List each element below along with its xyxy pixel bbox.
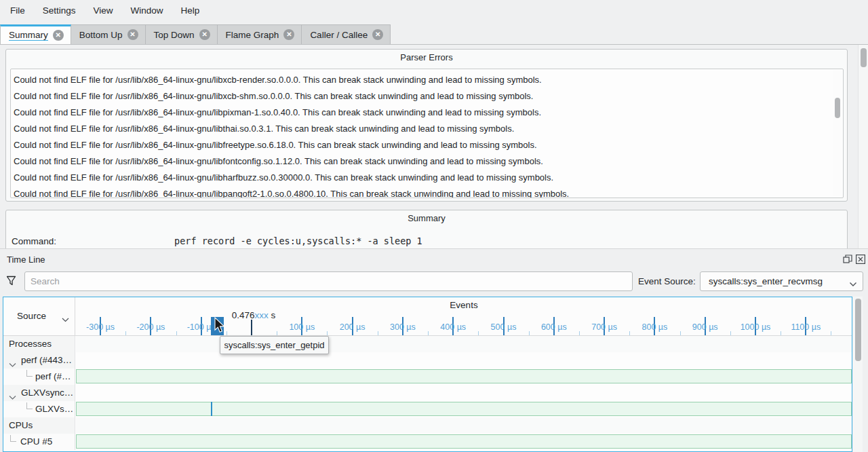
expander-chevron-down-icon[interactable] <box>9 390 16 401</box>
tab-bottom-up[interactable]: Bottom Up✕ <box>71 24 146 44</box>
tab-summary[interactable]: Summary✕ <box>0 24 71 44</box>
axis-minor-tick <box>478 331 479 335</box>
timeline-scrollbar-thumb[interactable] <box>855 299 861 361</box>
summary-page: Parser Errors Could not find ELF file fo… <box>0 45 868 248</box>
menu-item-window[interactable]: Window <box>122 3 172 18</box>
row-label-cell[interactable]: CPU #5 <box>3 434 75 450</box>
sort-chevron-down-icon <box>62 314 69 324</box>
tab-close-icon[interactable]: ✕ <box>372 29 383 40</box>
axis-tick-label: -300 µs <box>86 322 115 332</box>
source-column-header[interactable]: Source <box>3 297 75 335</box>
row-track[interactable] <box>76 352 852 369</box>
row-label: Processes <box>9 336 52 352</box>
menu-item-view[interactable]: View <box>85 3 122 18</box>
timeline-row-glxvs-[interactable]: GLXVs… <box>3 401 852 417</box>
parser-error-item[interactable]: Could not find ELF file for /usr/lib/x86… <box>11 170 843 186</box>
filter-icon <box>6 276 16 286</box>
row-track[interactable] <box>76 401 852 417</box>
axis-minor-tick <box>781 331 781 335</box>
page-scrollbar[interactable] <box>858 45 868 248</box>
parser-error-item[interactable]: Could not find ELF file for /usr/lib/x86… <box>11 153 843 170</box>
timeline-row-processes[interactable]: Processes <box>3 336 852 352</box>
dock-float-icon[interactable] <box>843 255 852 264</box>
expander-chevron-down-icon[interactable] <box>9 357 16 369</box>
tab-label: Bottom Up <box>79 30 123 40</box>
timeline-row-cpus[interactable]: CPUs <box>3 417 852 434</box>
parser-error-item[interactable]: Could not find ELF file for /usr/lib/x86… <box>11 72 843 88</box>
row-label-cell[interactable]: GLXVsync… <box>3 385 75 401</box>
timeline-dock-title: Time Line <box>7 255 45 265</box>
tab-label: Summary <box>9 30 48 41</box>
parser-errors-list: Could not find ELF file for /usr/lib/x86… <box>10 69 844 198</box>
parser-error-item[interactable]: Could not find ELF file for /usr/lib/x86… <box>11 88 843 105</box>
row-track[interactable] <box>76 385 852 401</box>
axis-minor-tick <box>680 331 681 335</box>
row-label-cell[interactable]: perf (#… <box>3 369 75 385</box>
parser-errors-groupbox: Parser Errors Could not find ELF file fo… <box>5 49 848 202</box>
axis-minor-tick <box>125 331 126 335</box>
menu-item-help[interactable]: Help <box>172 3 209 18</box>
axis-tick-label: 200 µs <box>340 322 366 332</box>
axis-tick-label: 400 µs <box>440 322 466 332</box>
timeline-row-perf-443-[interactable]: perf (#443… <box>3 352 852 369</box>
axis-tick-label: 100 µs <box>289 322 315 332</box>
event-tooltip: syscalls:sys_enter_getpid <box>220 336 329 354</box>
search-input[interactable] <box>24 271 633 291</box>
tab-close-icon[interactable]: ✕ <box>199 29 210 40</box>
timeline-view: Source Events 0.476xxx s -300 µs-200 µs-… <box>3 297 852 452</box>
event-source-label: Event Source: <box>638 276 696 286</box>
tab-label: Flame Graph <box>226 30 279 40</box>
menu-item-file[interactable]: File <box>1 3 34 18</box>
parser-errors-scrollbar-thumb[interactable] <box>835 98 840 118</box>
menu-item-settings[interactable]: Settings <box>34 3 85 18</box>
command-value: perf record -e cycles:u,syscalls:* -a sl… <box>174 236 422 246</box>
axis-tick-label: -200 µs <box>136 322 165 332</box>
menu-bar: FileSettingsViewWindowHelp <box>0 0 868 20</box>
parser-error-item[interactable]: Could not find ELF file for /usr/lib/x86… <box>11 186 843 198</box>
mouse-cursor <box>214 317 226 337</box>
page-scrollbar-thumb[interactable] <box>861 48 867 67</box>
parser-errors-scrollbar[interactable] <box>833 71 842 196</box>
timeline-row-cpu-5[interactable]: CPU #5 <box>3 434 852 450</box>
row-label: perf (#443… <box>21 352 72 369</box>
row-label: CPU #5 <box>20 434 52 450</box>
row-label-cell[interactable]: CPUs <box>3 417 75 434</box>
dock-close-icon[interactable] <box>856 255 865 264</box>
tab-caller-callee[interactable]: Caller / Callee✕ <box>301 24 391 44</box>
axis-zero-tick <box>251 320 252 335</box>
axis-tick-label: 600 µs <box>541 322 567 332</box>
tab-close-icon[interactable]: ✕ <box>283 29 294 40</box>
row-track[interactable] <box>76 336 852 352</box>
row-label-cell[interactable]: GLXVs… <box>3 401 75 417</box>
row-label-cell[interactable]: perf (#443… <box>3 352 75 369</box>
tab-flame-graph[interactable]: Flame Graph✕ <box>217 24 302 44</box>
axis-minor-tick <box>730 331 731 335</box>
chevron-down-icon <box>849 279 857 289</box>
row-track[interactable] <box>76 417 852 434</box>
axis-minor-tick <box>428 331 429 335</box>
event-track-bar <box>76 434 852 449</box>
timeline-rows: Processesperf (#443…perf (#…GLXVsync…GLX… <box>3 336 852 452</box>
timeline-row-perf-[interactable]: perf (#… <box>3 369 852 385</box>
event-source-value: syscalls:sys_enter_recvmsg <box>709 276 823 286</box>
row-label-cell[interactable]: Processes <box>3 336 75 352</box>
row-track[interactable] <box>76 434 852 450</box>
tree-elbow-line <box>26 402 33 409</box>
axis-tick-label: 700 µs <box>591 322 617 332</box>
event-source-combobox[interactable]: syscalls:sys_enter_recvmsg <box>700 271 863 291</box>
axis-tick-label: 500 µs <box>491 322 517 332</box>
row-track[interactable] <box>76 369 852 385</box>
parser-error-item[interactable]: Could not find ELF file for /usr/lib/x86… <box>11 137 843 153</box>
parser-error-item[interactable]: Could not find ELF file for /usr/lib/x86… <box>11 121 843 137</box>
tab-label: Top Down <box>154 30 195 40</box>
axis-tick-label: 300 µs <box>390 322 416 332</box>
tab-top-down[interactable]: Top Down✕ <box>145 24 218 44</box>
tab-close-icon[interactable]: ✕ <box>127 29 138 40</box>
tab-close-icon[interactable]: ✕ <box>53 30 64 41</box>
event-track-bar <box>76 402 852 416</box>
parser-error-item[interactable]: Could not find ELF file for /usr/lib/x86… <box>11 105 843 121</box>
axis-minor-tick <box>831 331 831 335</box>
timeline-row-glxvsync-[interactable]: GLXVsync… <box>3 385 852 401</box>
row-label: CPUs <box>9 417 33 434</box>
timeline-scrollbar[interactable] <box>853 297 863 452</box>
